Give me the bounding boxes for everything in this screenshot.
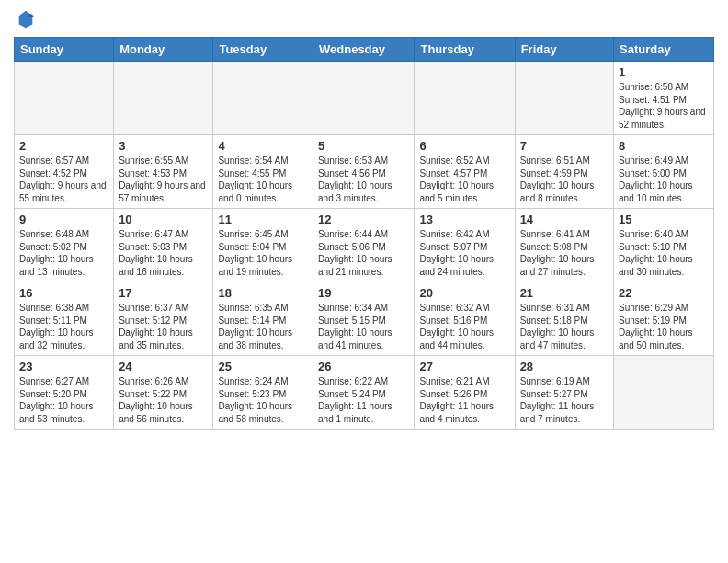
calendar-day-header: Thursday: [415, 38, 515, 62]
calendar-cell: [114, 62, 213, 135]
day-number: 3: [119, 139, 208, 153]
day-number: 12: [318, 213, 409, 226]
calendar-cell: 24Sunrise: 6:26 AM Sunset: 5:22 PM Dayli…: [114, 356, 213, 430]
day-info: Sunrise: 6:49 AM Sunset: 5:00 PM Dayligh…: [619, 155, 709, 204]
day-info: Sunrise: 6:29 AM Sunset: 5:19 PM Dayligh…: [619, 302, 709, 351]
calendar-cell: 13Sunrise: 6:42 AM Sunset: 5:07 PM Dayli…: [415, 209, 515, 282]
calendar-cell: 5Sunrise: 6:53 AM Sunset: 4:56 PM Daylig…: [313, 135, 415, 209]
day-info: Sunrise: 6:22 AM Sunset: 5:24 PM Dayligh…: [318, 375, 409, 425]
day-number: 9: [19, 213, 108, 226]
calendar-cell: 20Sunrise: 6:32 AM Sunset: 5:16 PM Dayli…: [415, 282, 515, 356]
day-number: 13: [419, 213, 509, 226]
day-number: 18: [218, 286, 308, 300]
day-number: 24: [119, 360, 208, 373]
day-info: Sunrise: 6:47 AM Sunset: 5:03 PM Dayligh…: [119, 228, 208, 278]
day-info: Sunrise: 6:58 AM Sunset: 4:51 PM Dayligh…: [619, 81, 709, 131]
day-number: 5: [318, 139, 409, 153]
calendar-day-header: Wednesday: [313, 38, 415, 62]
calendar-cell: 25Sunrise: 6:24 AM Sunset: 5:23 PM Dayli…: [213, 356, 313, 430]
calendar-week-row: 9Sunrise: 6:48 AM Sunset: 5:02 PM Daylig…: [15, 209, 714, 282]
calendar-week-row: 23Sunrise: 6:27 AM Sunset: 5:20 PM Dayli…: [15, 356, 714, 430]
day-info: Sunrise: 6:26 AM Sunset: 5:22 PM Dayligh…: [119, 375, 208, 425]
calendar-cell: 12Sunrise: 6:44 AM Sunset: 5:06 PM Dayli…: [313, 209, 415, 282]
calendar-day-header: Monday: [114, 38, 213, 62]
day-info: Sunrise: 6:55 AM Sunset: 4:53 PM Dayligh…: [119, 155, 208, 204]
calendar-cell: 22Sunrise: 6:29 AM Sunset: 5:19 PM Dayli…: [614, 282, 714, 356]
header: [14, 9, 714, 29]
day-info: Sunrise: 6:27 AM Sunset: 5:20 PM Dayligh…: [19, 375, 108, 425]
calendar-cell: [15, 62, 114, 135]
calendar-cell: 2Sunrise: 6:57 AM Sunset: 4:52 PM Daylig…: [15, 135, 114, 209]
day-info: Sunrise: 6:42 AM Sunset: 5:07 PM Dayligh…: [419, 228, 509, 278]
day-info: Sunrise: 6:24 AM Sunset: 5:23 PM Dayligh…: [218, 375, 308, 425]
calendar-cell: 1Sunrise: 6:58 AM Sunset: 4:51 PM Daylig…: [614, 62, 714, 135]
day-info: Sunrise: 6:19 AM Sunset: 5:27 PM Dayligh…: [520, 375, 609, 425]
calendar-cell: 21Sunrise: 6:31 AM Sunset: 5:18 PM Dayli…: [515, 282, 613, 356]
day-number: 8: [619, 139, 709, 153]
day-info: Sunrise: 6:35 AM Sunset: 5:14 PM Dayligh…: [218, 302, 308, 351]
calendar-cell: 17Sunrise: 6:37 AM Sunset: 5:12 PM Dayli…: [114, 282, 213, 356]
day-info: Sunrise: 6:53 AM Sunset: 4:56 PM Dayligh…: [318, 155, 409, 204]
day-info: Sunrise: 6:37 AM Sunset: 5:12 PM Dayligh…: [119, 302, 208, 351]
calendar-day-header: Saturday: [614, 38, 714, 62]
day-number: 25: [218, 360, 308, 373]
day-number: 26: [318, 360, 409, 373]
calendar-cell: 28Sunrise: 6:19 AM Sunset: 5:27 PM Dayli…: [515, 356, 613, 430]
calendar-week-row: 2Sunrise: 6:57 AM Sunset: 4:52 PM Daylig…: [15, 135, 714, 209]
calendar-cell: [313, 62, 415, 135]
calendar-header-row: SundayMondayTuesdayWednesdayThursdayFrid…: [15, 38, 714, 62]
calendar-cell: 7Sunrise: 6:51 AM Sunset: 4:59 PM Daylig…: [515, 135, 613, 209]
calendar-week-row: 16Sunrise: 6:38 AM Sunset: 5:11 PM Dayli…: [15, 282, 714, 356]
calendar-cell: 9Sunrise: 6:48 AM Sunset: 5:02 PM Daylig…: [15, 209, 114, 282]
day-info: Sunrise: 6:48 AM Sunset: 5:02 PM Dayligh…: [19, 228, 108, 278]
logo-icon: [16, 9, 36, 29]
day-number: 28: [520, 360, 609, 373]
day-number: 16: [19, 286, 108, 300]
calendar-cell: [515, 62, 613, 135]
day-info: Sunrise: 6:44 AM Sunset: 5:06 PM Dayligh…: [318, 228, 409, 278]
day-info: Sunrise: 6:45 AM Sunset: 5:04 PM Dayligh…: [218, 228, 308, 278]
day-number: 1: [619, 65, 709, 79]
calendar-cell: [614, 356, 714, 430]
day-number: 10: [119, 213, 208, 226]
day-number: 7: [520, 139, 609, 153]
day-number: 15: [619, 213, 709, 226]
calendar-cell: [415, 62, 515, 135]
calendar-cell: 10Sunrise: 6:47 AM Sunset: 5:03 PM Dayli…: [114, 209, 213, 282]
calendar-cell: 11Sunrise: 6:45 AM Sunset: 5:04 PM Dayli…: [213, 209, 313, 282]
day-number: 22: [619, 286, 709, 300]
day-number: 6: [419, 139, 509, 153]
day-number: 17: [119, 286, 208, 300]
day-number: 27: [419, 360, 509, 373]
calendar-week-row: 1Sunrise: 6:58 AM Sunset: 4:51 PM Daylig…: [15, 62, 714, 135]
day-number: 14: [520, 213, 609, 226]
calendar-cell: 19Sunrise: 6:34 AM Sunset: 5:15 PM Dayli…: [313, 282, 415, 356]
calendar-cell: [213, 62, 313, 135]
calendar-cell: 26Sunrise: 6:22 AM Sunset: 5:24 PM Dayli…: [313, 356, 415, 430]
calendar-cell: 4Sunrise: 6:54 AM Sunset: 4:55 PM Daylig…: [213, 135, 313, 209]
day-info: Sunrise: 6:54 AM Sunset: 4:55 PM Dayligh…: [218, 155, 308, 204]
calendar-body: 1Sunrise: 6:58 AM Sunset: 4:51 PM Daylig…: [15, 62, 714, 430]
calendar-cell: 3Sunrise: 6:55 AM Sunset: 4:53 PM Daylig…: [114, 135, 213, 209]
day-info: Sunrise: 6:52 AM Sunset: 4:57 PM Dayligh…: [419, 155, 509, 204]
calendar-cell: 23Sunrise: 6:27 AM Sunset: 5:20 PM Dayli…: [15, 356, 114, 430]
calendar-cell: 8Sunrise: 6:49 AM Sunset: 5:00 PM Daylig…: [614, 135, 714, 209]
day-info: Sunrise: 6:51 AM Sunset: 4:59 PM Dayligh…: [520, 155, 609, 204]
page: SundayMondayTuesdayWednesdayThursdayFrid…: [0, 0, 728, 563]
calendar-day-header: Friday: [515, 38, 613, 62]
day-number: 11: [218, 213, 308, 226]
calendar: SundayMondayTuesdayWednesdayThursdayFrid…: [14, 37, 714, 430]
day-number: 19: [318, 286, 409, 300]
day-info: Sunrise: 6:57 AM Sunset: 4:52 PM Dayligh…: [19, 155, 108, 204]
day-number: 20: [419, 286, 509, 300]
calendar-cell: 14Sunrise: 6:41 AM Sunset: 5:08 PM Dayli…: [515, 209, 613, 282]
day-info: Sunrise: 6:32 AM Sunset: 5:16 PM Dayligh…: [419, 302, 509, 351]
calendar-cell: 15Sunrise: 6:40 AM Sunset: 5:10 PM Dayli…: [614, 209, 714, 282]
day-number: 4: [218, 139, 308, 153]
day-info: Sunrise: 6:34 AM Sunset: 5:15 PM Dayligh…: [318, 302, 409, 351]
day-info: Sunrise: 6:31 AM Sunset: 5:18 PM Dayligh…: [520, 302, 609, 351]
calendar-cell: 16Sunrise: 6:38 AM Sunset: 5:11 PM Dayli…: [15, 282, 114, 356]
calendar-cell: 18Sunrise: 6:35 AM Sunset: 5:14 PM Dayli…: [213, 282, 313, 356]
day-info: Sunrise: 6:21 AM Sunset: 5:26 PM Dayligh…: [419, 375, 509, 425]
day-info: Sunrise: 6:41 AM Sunset: 5:08 PM Dayligh…: [520, 228, 609, 278]
